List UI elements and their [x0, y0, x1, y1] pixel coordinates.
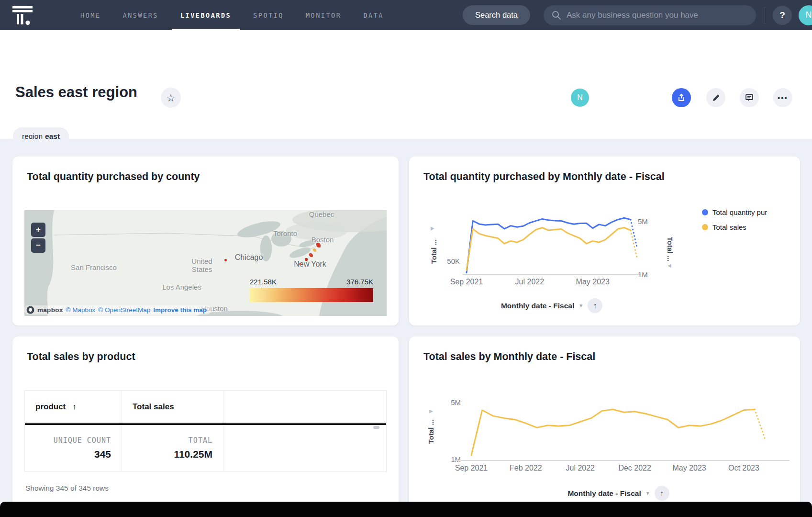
comment-button[interactable]: [740, 88, 759, 107]
card-title: Total sales by Monthly date - Fiscal: [423, 351, 595, 363]
improve-map-link[interactable]: Improve this map: [153, 306, 207, 314]
county-marker[interactable]: [224, 259, 227, 261]
county-marker[interactable]: [309, 253, 313, 257]
column-header-total-sales[interactable]: Total sales: [122, 391, 223, 423]
nav-item-answers[interactable]: ANSWERS: [123, 0, 158, 30]
county-marker[interactable]: [299, 263, 301, 265]
share-icon: [677, 93, 686, 102]
county-marker[interactable]: [316, 243, 321, 247]
chart-line: [755, 409, 766, 440]
nav-item-monitor[interactable]: MONITOR: [306, 0, 341, 30]
zoom-out-button[interactable]: −: [31, 238, 45, 253]
column-label: Total sales: [133, 402, 174, 412]
nav-item-home[interactable]: HOME: [80, 0, 101, 30]
x-axis-title[interactable]: Monthly date - Fiscal: [567, 489, 641, 498]
help-button[interactable]: ?: [773, 6, 792, 25]
left-y-tick: 50K: [437, 257, 460, 265]
nav-right-cluster: Search data ? N: [463, 5, 812, 25]
chart-legend: Total quantity pur Total sales: [702, 208, 767, 231]
right-y-tick-top: 5M: [638, 217, 661, 225]
map-label-los-angeles: Los Angeles: [162, 283, 201, 291]
ask-question-input[interactable]: [544, 5, 756, 25]
user-avatar[interactable]: N: [799, 5, 812, 25]
edit-button[interactable]: [706, 88, 725, 107]
heat-legend-min: 221.58K: [250, 278, 277, 286]
aggregate-label: UNIQUE COUNT: [54, 436, 111, 445]
star-icon: ☆: [167, 93, 176, 103]
column-header-empty: [223, 391, 386, 423]
legend-label: Total sales: [712, 223, 746, 231]
liveboard-header: Sales east region ☆ region east N: [0, 30, 812, 139]
window-bottom-bar: [0, 502, 812, 517]
right-y-tick-bottom: 1M: [638, 270, 661, 279]
x-axis-tick: Sep 2021: [450, 278, 483, 286]
x-axis-tick: Sep 2021: [455, 464, 488, 472]
map-zoom-controls: + −: [31, 223, 45, 253]
x-axis-tick: May 2023: [576, 278, 610, 286]
favorite-button[interactable]: ☆: [161, 88, 181, 108]
chart-line: [471, 409, 755, 455]
x-axis-line: [455, 460, 790, 461]
mapbox-link[interactable]: © Mapbox: [66, 306, 96, 314]
card-title: Total sales by product: [27, 351, 135, 363]
card-title: Total quantity purchased by Monthly date…: [423, 171, 665, 183]
pencil-icon: [712, 93, 721, 102]
mapbox-logo-icon: [26, 306, 34, 314]
map-label-san-francisco: San Francisco: [71, 263, 117, 271]
county-marker[interactable]: [313, 248, 316, 252]
sales-line-chart[interactable]: [471, 401, 766, 461]
search-icon: [551, 10, 562, 21]
nav-item-data[interactable]: DATA: [363, 0, 384, 30]
author-avatar[interactable]: N: [571, 89, 589, 107]
map-label-boston: Boston: [311, 236, 334, 244]
summary-cell-total-sales: TOTAL 110.25M: [122, 425, 223, 471]
thoughtspot-logo-icon[interactable]: [11, 4, 34, 26]
chevron-down-icon[interactable]: ▼: [645, 491, 650, 496]
legend-dot-blue: [702, 209, 708, 215]
axis-scroll-left-icon[interactable]: ◀: [667, 263, 671, 268]
left-y-axis-title: Total ...: [427, 410, 435, 453]
more-options-button[interactable]: •••: [773, 88, 792, 107]
nav-item-spotiq[interactable]: SPOTIQ: [253, 0, 284, 30]
quantity-line-chart[interactable]: [467, 206, 637, 274]
column-label: product: [35, 402, 66, 412]
x-axis-ticks: Sep 2021Feb 2022Jul 2022Dec 2022May 2023…: [471, 464, 766, 474]
x-axis-tick: Feb 2022: [510, 464, 542, 472]
summary-cell-product: UNIQUE COUNT 345: [25, 425, 122, 471]
top-navbar: HOME ANSWERS LIVEBOARDS SPOTIQ MONITOR D…: [0, 0, 812, 30]
table-header-divider: [25, 423, 386, 425]
county-marker[interactable]: [305, 258, 308, 261]
card-sales-by-month: Total sales by Monthly date - Fiscal ▶ T…: [409, 337, 800, 517]
chart-line: [467, 228, 631, 270]
nav-menu: HOME ANSWERS LIVEBOARDS SPOTIQ MONITOR D…: [80, 0, 384, 30]
share-button[interactable]: [672, 88, 691, 107]
openstreetmap-link[interactable]: © OpenStreetMap: [98, 306, 150, 314]
chevron-down-icon[interactable]: ▼: [578, 303, 583, 308]
x-axis-title[interactable]: Monthly date - Fiscal: [501, 302, 574, 310]
x-axis-tick: Jul 2022: [515, 278, 545, 286]
legend-item-sales[interactable]: Total sales: [702, 223, 767, 231]
legend-dot-yellow: [702, 224, 708, 230]
sort-arrow-icon: ↑: [72, 403, 76, 411]
sort-ascending-button[interactable]: ↑: [655, 486, 669, 501]
legend-item-quantity[interactable]: Total quantity pur: [702, 208, 767, 216]
map-attribution: mapbox © Mapbox © OpenStreetMap Improve …: [24, 305, 211, 315]
search-data-button[interactable]: Search data: [463, 5, 530, 25]
map-label-united-states: United States: [185, 257, 219, 273]
x-axis-line: [463, 274, 641, 275]
ask-question-wrap: [544, 5, 756, 25]
heat-gradient-bar: [250, 288, 373, 302]
map-label-toronto: Toronto: [273, 229, 297, 237]
county-heatmap[interactable]: + − San Francisco Los Angeles United Sta…: [24, 210, 387, 316]
nav-item-liveboards[interactable]: LIVEBOARDS: [180, 0, 231, 30]
aggregate-label: TOTAL: [189, 436, 212, 445]
mapbox-wordmark: mapbox: [37, 306, 63, 314]
scrollbar-thumb[interactable]: [373, 426, 379, 429]
summary-cell-empty: [223, 425, 386, 471]
x-axis-title-control: Monthly date - Fiscal ▼ ↑: [471, 486, 766, 501]
sort-ascending-button[interactable]: ↑: [588, 298, 602, 313]
zoom-in-button[interactable]: +: [31, 223, 45, 237]
column-header-product[interactable]: product ↑: [25, 391, 122, 423]
chart-line: [467, 218, 631, 272]
legend-label: Total quantity pur: [712, 208, 767, 216]
